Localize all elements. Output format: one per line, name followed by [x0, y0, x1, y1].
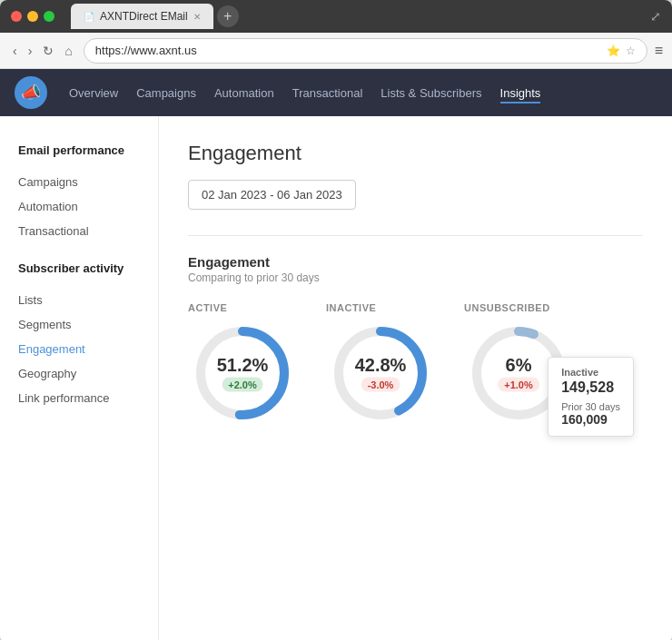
tooltip-title: Inactive	[561, 367, 620, 378]
sidebar-section-title-email: Email performance	[18, 143, 140, 157]
sidebar-section-subscriber-activity: Subscriber activity Lists Segments Engag…	[18, 261, 140, 410]
badge-active: +2.0%	[222, 378, 263, 392]
nav-items: Overview Campaigns Automation Transactio…	[69, 83, 540, 103]
tab-close-icon[interactable]: ✕	[193, 12, 201, 22]
badge-inactive: -3.0%	[361, 378, 400, 392]
home-button[interactable]: ⌂	[61, 42, 75, 60]
date-range-button[interactable]: 02 Jan 2023 - 06 Jan 2023	[188, 180, 356, 210]
bookmark-icon: ☆	[626, 44, 636, 57]
donut-center-unsubscribed: 6% +1.0%	[498, 355, 539, 392]
donut-center-active: 51.2% +2.0%	[217, 355, 269, 392]
sidebar-item-geography[interactable]: Geography	[18, 361, 140, 386]
charts-row: ACTIVE 51.2% +2.0% INACTIVE	[188, 302, 643, 428]
tooltip-prior-label: Prior 30 days	[561, 401, 620, 412]
nav-item-campaigns[interactable]: Campaigns	[136, 83, 196, 103]
url-text: https://www.axnt.us	[95, 44, 601, 57]
page-content: Email performance Campaigns Automation T…	[0, 116, 672, 640]
chart-label-unsubscribed: UNSUBSCRIBED	[464, 302, 550, 313]
nav-item-overview[interactable]: Overview	[69, 83, 118, 103]
donut-value-unsubscribed: 6%	[498, 355, 539, 376]
url-icons: ⭐ ☆	[607, 44, 636, 57]
chart-inactive: INACTIVE 42.8% -3.0%	[326, 302, 435, 428]
app-navbar: 📣 Overview Campaigns Automation Transact…	[0, 69, 672, 116]
browser-window: 📄 AXNTDirect EMail ✕ + ⤢ ‹ › ↻ ⌂ https:/…	[0, 0, 672, 640]
badge-unsubscribed: +1.0%	[498, 378, 539, 392]
sidebar-item-link-performance[interactable]: Link performance	[18, 386, 140, 410]
titlebar: 📄 AXNTDirect EMail ✕ + ⤢	[0, 0, 672, 33]
forward-button[interactable]: ›	[25, 42, 36, 60]
tab-favicon: 📄	[84, 12, 94, 22]
section-subheading: Comparing to prior 30 days	[188, 271, 643, 284]
search-icon: ⭐	[607, 44, 620, 57]
minimize-button[interactable]	[27, 11, 38, 22]
app-logo: 📣	[15, 76, 47, 109]
nav-buttons: ‹ › ↻ ⌂	[9, 42, 76, 60]
nav-item-insights[interactable]: Insights	[500, 83, 541, 103]
url-bar[interactable]: https://www.axnt.us ⭐ ☆	[84, 38, 647, 64]
sidebar: Email performance Campaigns Automation T…	[0, 116, 159, 640]
traffic-lights	[11, 11, 54, 22]
tooltip-value: 149,528	[561, 379, 620, 396]
sidebar-section-email-performance: Email performance Campaigns Automation T…	[18, 143, 140, 243]
donut-center-inactive: 42.8% -3.0%	[355, 355, 407, 392]
maximize-button[interactable]	[44, 11, 54, 22]
address-bar: ‹ › ↻ ⌂ https://www.axnt.us ⭐ ☆ ≡	[0, 33, 672, 69]
page-title: Engagement	[188, 142, 643, 165]
date-range-text: 02 Jan 2023 - 06 Jan 2023	[202, 188, 342, 202]
nav-item-lists[interactable]: Lists & Subscribers	[380, 83, 481, 103]
reload-button[interactable]: ↻	[39, 42, 57, 60]
divider	[188, 235, 643, 236]
sidebar-item-lists[interactable]: Lists	[18, 288, 140, 312]
active-tab[interactable]: 📄 AXNTDirect EMail ✕	[71, 4, 213, 29]
sidebar-item-engagement[interactable]: Engagement	[18, 337, 140, 361]
tooltip-prior-value: 160,009	[561, 412, 620, 427]
tab-bar: 📄 AXNTDirect EMail ✕ +	[71, 4, 239, 29]
tooltip-popup: Inactive 149,528 Prior 30 days 160,009	[548, 357, 634, 437]
sidebar-item-automation[interactable]: Automation	[18, 194, 140, 219]
nav-item-automation[interactable]: Automation	[214, 83, 274, 103]
chart-label-inactive: INACTIVE	[326, 302, 376, 313]
main-area: Engagement 02 Jan 2023 - 06 Jan 2023 Eng…	[159, 116, 672, 640]
chart-label-active: ACTIVE	[188, 302, 227, 313]
close-button[interactable]	[11, 11, 22, 22]
logo-icon: 📣	[21, 83, 41, 103]
new-tab-button[interactable]: +	[217, 5, 239, 27]
sidebar-item-campaigns[interactable]: Campaigns	[18, 170, 140, 194]
sidebar-item-segments[interactable]: Segments	[18, 312, 140, 337]
sidebar-section-title-subscriber: Subscriber activity	[18, 261, 140, 275]
fullscreen-button[interactable]: ⤢	[650, 9, 661, 24]
back-button[interactable]: ‹	[9, 42, 21, 60]
donut-active: 51.2% +2.0%	[188, 319, 297, 428]
donut-inactive: 42.8% -3.0%	[326, 319, 435, 428]
tab-title: AXNTDirect EMail	[100, 10, 188, 23]
donut-value-inactive: 42.8%	[355, 355, 407, 376]
sidebar-item-transactional[interactable]: Transactional	[18, 219, 140, 243]
browser-menu-button[interactable]: ≡	[655, 43, 663, 59]
donut-value-active: 51.2%	[217, 355, 269, 376]
chart-active: ACTIVE 51.2% +2.0%	[188, 302, 297, 428]
section-heading: Engagement	[188, 254, 643, 270]
nav-item-transactional[interactable]: Transactional	[292, 83, 363, 103]
